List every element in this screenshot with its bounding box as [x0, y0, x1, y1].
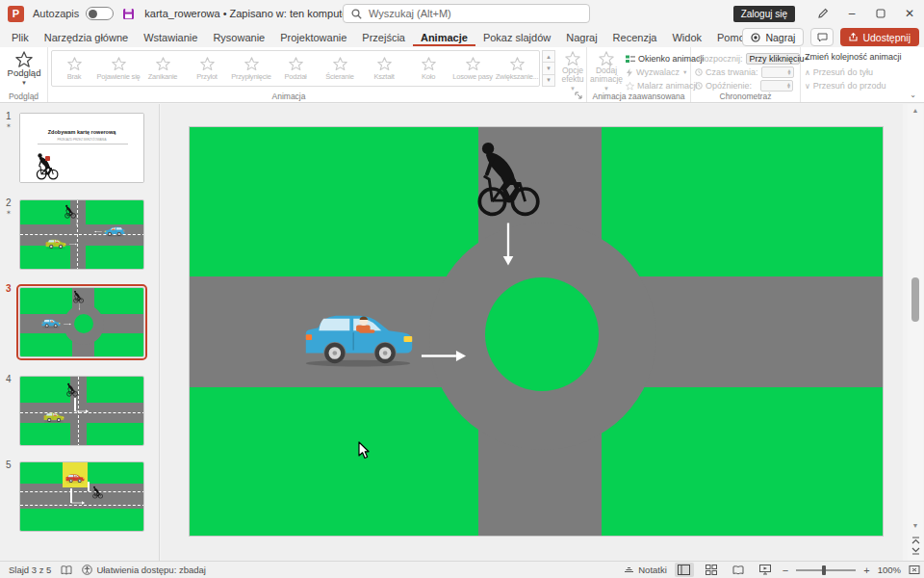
view-reading-button[interactable]: [729, 563, 748, 577]
next-slide-button[interactable]: [908, 547, 923, 556]
previous-slide-button[interactable]: [908, 536, 923, 544]
tab-plik[interactable]: Plik: [4, 29, 37, 46]
star-icon: [200, 57, 215, 71]
delay-label: Opóźnienie:: [706, 81, 752, 91]
tab-przejscia[interactable]: Przejścia: [354, 29, 413, 46]
move-later-button[interactable]: ∨ Przesuń do przodu: [805, 79, 902, 92]
effect-kolo[interactable]: Koło: [406, 51, 450, 86]
tab-nagraj[interactable]: Nagraj: [558, 29, 604, 46]
accessibility-checker[interactable]: Ułatwienia dostępu: zbadaj: [82, 565, 206, 575]
star-icon: [289, 57, 303, 71]
zoom-in-button[interactable]: +: [863, 565, 869, 576]
blue-car-graphic: [103, 225, 126, 237]
effect-losowe-pasy[interactable]: Losowe pasy: [450, 51, 495, 86]
scrollbar-thumb[interactable]: [911, 277, 919, 322]
zoom-slider-thumb[interactable]: [822, 565, 826, 575]
notes-button[interactable]: Notatki: [624, 565, 667, 575]
language-book-icon[interactable]: [61, 565, 72, 575]
effect-ksztalt[interactable]: Kształt: [362, 51, 406, 86]
gallery-scroll-up-button[interactable]: ▲: [542, 50, 555, 63]
slide-thumbnail-2[interactable]: [19, 199, 144, 270]
scroll-up-button[interactable]: ▲: [908, 107, 923, 114]
effect-pojawienie-sie[interactable]: Pojawienie się: [96, 51, 141, 86]
zoom-level[interactable]: 100%: [878, 565, 901, 575]
arrow-right-shape[interactable]: [421, 350, 467, 362]
view-slideshow-button[interactable]: [756, 563, 775, 577]
slide-indicator[interactable]: Slajd 3 z 5: [9, 565, 51, 575]
tab-animacje[interactable]: Animacje: [413, 29, 475, 46]
path-arrow-right: [70, 501, 86, 505]
arrow-down-shape[interactable]: [502, 223, 515, 267]
effect-zanikanie[interactable]: Zanikanie: [141, 51, 185, 86]
effect-scieranie[interactable]: Ścieranie: [318, 51, 362, 86]
arrow-right: [69, 243, 77, 246]
car-shape[interactable]: [297, 308, 421, 368]
dialog-launcher-icon[interactable]: [575, 92, 582, 99]
restore-button[interactable]: [866, 0, 895, 27]
star-icon: [466, 57, 480, 71]
yellow-car-graphic: [42, 411, 65, 423]
chevron-down-icon: ∨: [805, 82, 810, 91]
powerpoint-logo-icon[interactable]: P: [8, 6, 24, 22]
group-reorder: Zmień kolejność animacji ∧ Przesuń do ty…: [801, 47, 897, 102]
record-button[interactable]: Nagraj: [742, 28, 804, 46]
tab-pokaz-slajdow[interactable]: Pokaz slajdów: [475, 29, 558, 46]
move-earlier-button[interactable]: ∧ Przesuń do tyłu: [805, 66, 902, 79]
fit-slide-to-window-button[interactable]: [909, 565, 920, 575]
document-title[interactable]: karta_rowerowa • Zapisano w: ten kompute…: [144, 8, 351, 19]
minimize-button[interactable]: –: [837, 0, 866, 27]
gallery-expand-button[interactable]: ▼: [542, 75, 555, 87]
slide-canvas[interactable]: [190, 127, 883, 536]
tab-rysowanie[interactable]: Rysowanie: [205, 29, 272, 46]
zoom-out-button[interactable]: −: [783, 565, 788, 576]
trigger-lightning-icon: [626, 68, 633, 77]
tab-projektowanie[interactable]: Projektowanie: [272, 29, 354, 46]
scroll-down-button[interactable]: ▼: [908, 522, 923, 529]
effect-options-button[interactable]: Opcje efektu ▼: [559, 51, 586, 93]
tab-wstawianie[interactable]: Wstawianie: [136, 29, 205, 46]
pen-mode-icon[interactable]: [808, 0, 837, 27]
effect-zwiekszanie[interactable]: Zwiększanie...: [495, 51, 539, 86]
tab-widok[interactable]: Widok: [664, 29, 709, 46]
search-input[interactable]: Wyszukaj (Alt+M): [343, 4, 590, 23]
cyclist-shape[interactable]: [476, 139, 540, 218]
preview-button[interactable]: Podgląd ▼: [4, 51, 44, 88]
accessibility-label: Ułatwienia dostępu: zbadaj: [96, 565, 206, 575]
effect-podzial[interactable]: Podział: [273, 51, 318, 86]
delay-spinner[interactable]: ▲▼: [760, 80, 793, 92]
effect-przyplyniecie[interactable]: Przypłynięcie: [229, 51, 273, 86]
lane-line: [20, 505, 144, 506]
roundabout-island[interactable]: [485, 277, 599, 391]
slide-thumbnail-1[interactable]: Zdobywam kartę rowerową PRZEJAZD PRZEZ S…: [19, 113, 144, 183]
powerpoint-window: P Autozapis karta_rowerowa • Zapisano w:…: [0, 0, 924, 578]
comment-icon: [817, 33, 828, 42]
save-icon[interactable]: [122, 8, 135, 20]
view-slide-sorter-button[interactable]: [702, 563, 721, 577]
star-icon: [156, 57, 170, 71]
duration-spinner[interactable]: ▲▼: [761, 66, 794, 78]
ribbon: Podgląd ▼ Podgląd Brak Pojawienie się Za…: [0, 47, 924, 103]
share-button[interactable]: Udostępnij: [840, 28, 919, 46]
comments-button[interactable]: [810, 28, 834, 46]
tab-narzedzia-glowne[interactable]: Narzędzia główne: [37, 29, 136, 46]
sign-in-button[interactable]: Zaloguj się: [733, 6, 795, 22]
view-normal-button[interactable]: [675, 563, 694, 577]
slide-thumbnail-3-selected[interactable]: [19, 287, 144, 357]
start-dropdown[interactable]: Przy kliknięciu ▼: [746, 53, 800, 65]
zoom-slider[interactable]: [796, 569, 856, 571]
add-animation-button[interactable]: Dodaj animację ▼: [590, 51, 623, 93]
effect-brak[interactable]: Brak: [52, 51, 96, 86]
close-button[interactable]: ✕: [895, 0, 924, 27]
toggle-knob: [89, 10, 97, 18]
autosave-toggle[interactable]: [86, 7, 114, 20]
slide-editing-area[interactable]: [161, 104, 903, 561]
search-placeholder: Wyszukaj (Alt+M): [369, 8, 451, 19]
collapse-ribbon-icon[interactable]: ⌄: [910, 91, 916, 99]
slide-thumbnail-4[interactable]: [19, 376, 144, 446]
slide-thumbnail-5[interactable]: [19, 461, 144, 532]
tab-recenzja[interactable]: Recenzja: [605, 29, 665, 46]
duration-label: Czas trwania:: [706, 67, 758, 77]
effect-przylot[interactable]: Przylot: [185, 51, 229, 86]
search-icon: [351, 9, 362, 19]
gallery-scroll-down-button[interactable]: ▼: [542, 63, 555, 74]
